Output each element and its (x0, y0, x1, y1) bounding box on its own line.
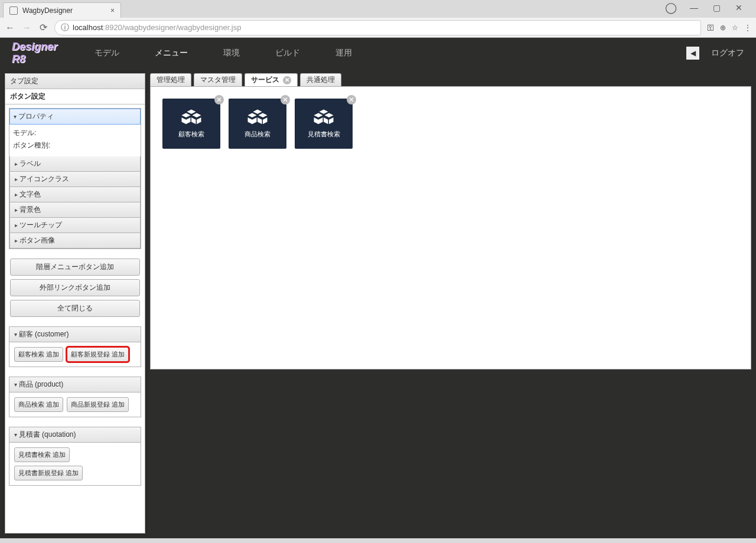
zoom-icon[interactable]: ⊕ (720, 24, 726, 32)
logoff-link[interactable]: ログオフ (711, 48, 744, 58)
model-product-head[interactable]: 商品 (product) (9, 377, 141, 392)
left-panel: タブ設定 ボタン設定 プロパティ モデル: ボタン種別: ラベル アイコンクラス… (5, 73, 145, 534)
model-customer: 顧客 (customer) 顧客検索 追加 顧客新規登録 追加 (9, 326, 141, 367)
info-icon[interactable]: ⓘ (61, 22, 69, 33)
nav-menu[interactable]: メニュー (155, 48, 188, 58)
tab-service[interactable]: サービス ✕ (245, 73, 298, 86)
nav-operate[interactable]: 運用 (335, 48, 352, 58)
model-customer-head[interactable]: 顧客 (customer) (9, 326, 141, 342)
header-right: ◀ ログオフ (686, 47, 744, 60)
tile-product-search[interactable]: ✕ 商品検索 (229, 99, 286, 149)
prop-label[interactable]: ラベル (9, 156, 141, 172)
tile-label: 商品検索 (245, 130, 271, 139)
btn-customer-register-add[interactable]: 顧客新規登録 追加 (67, 347, 129, 362)
left-body: プロパティ モデル: ボタン種別: ラベル アイコンクラス 文字色 背景色 ツー… (5, 104, 145, 489)
address-bar[interactable]: ⓘ localhost:8920/wagbydesigner/wagbydesi… (54, 20, 701, 35)
tile-label: 見積書検索 (308, 130, 340, 139)
browser-titlebar: WagbyDesigner × ◯ — ▢ ✕ (0, 0, 756, 18)
btn-add-external-link[interactable]: 外部リンクボタン追加 (10, 279, 140, 296)
back-icon[interactable]: ← (5, 22, 15, 33)
property-section: プロパティ モデル: ボタン種別: ラベル アイコンクラス 文字色 背景色 ツー… (9, 108, 141, 249)
property-list: ラベル アイコンクラス 文字色 背景色 ツールチップ ボタン画像 (9, 156, 141, 248)
key-icon[interactable]: ⚿ (707, 24, 714, 32)
maximize-icon[interactable]: ▢ (711, 3, 722, 12)
prop-textcolor[interactable]: 文字色 (9, 187, 141, 202)
tile-close-icon[interactable]: ✕ (214, 95, 224, 104)
tab-close-icon[interactable]: × (110, 6, 115, 15)
nav-model[interactable]: モデル (94, 48, 119, 58)
address-row: ← → ⟳ ⓘ localhost:8920/wagbydesigner/wag… (0, 18, 756, 38)
tab-admin[interactable]: 管理処理 (150, 73, 191, 86)
tile-close-icon[interactable]: ✕ (347, 95, 356, 104)
sublabel-buttontype: ボタン種別: (13, 140, 137, 151)
btn-product-search-add[interactable]: 商品検索 追加 (14, 397, 63, 412)
prop-tooltip[interactable]: ツールチップ (9, 218, 141, 233)
box-stack-icon (247, 109, 268, 126)
btn-quotation-register-add[interactable]: 見積書新規登録 追加 (14, 466, 83, 480)
tile-close-icon[interactable]: ✕ (281, 95, 290, 104)
browser-tab[interactable]: WagbyDesigner × (3, 2, 121, 18)
user-icon[interactable]: ◯ (665, 1, 677, 14)
right-content: 管理処理 マスタ管理 サービス ✕ 共通処理 ✕ 顧客検索 ✕ 商品検索 ✕ (150, 73, 751, 534)
prop-iconclass[interactable]: アイコンクラス (9, 172, 141, 187)
forward-icon[interactable]: → (21, 22, 32, 33)
box-stack-icon (181, 109, 202, 126)
nav-items: モデル メニュー 環境 ビルド 運用 (94, 48, 352, 58)
wide-button-group: 階層メニューボタン追加 外部リンクボタン追加 全て閉じる (9, 259, 141, 317)
tile-customer-search[interactable]: ✕ 顧客検索 (162, 99, 220, 149)
model-quotation: 見積書 (quotation) 見積書検索 追加 見積書新規登録 追加 (9, 427, 141, 486)
main-area: タブ設定 ボタン設定 プロパティ モデル: ボタン種別: ラベル アイコンクラス… (0, 68, 756, 538)
nav-build[interactable]: ビルド (275, 48, 300, 58)
reload-icon[interactable]: ⟳ (38, 22, 48, 33)
tab-service-close-icon[interactable]: ✕ (283, 76, 291, 84)
btn-close-all[interactable]: 全て閉じる (10, 300, 140, 317)
canvas: ✕ 顧客検索 ✕ 商品検索 ✕ 見積書検索 (150, 86, 751, 369)
window-controls: ◯ — ▢ ✕ (665, 1, 756, 18)
btn-add-hierarchy[interactable]: 階層メニューボタン追加 (10, 259, 140, 276)
below-canvas (150, 369, 751, 534)
model-product: 商品 (product) 商品検索 追加 商品新規登録 追加 (9, 377, 141, 417)
favicon-icon (9, 6, 18, 15)
logo: Designer R8 (12, 42, 71, 64)
btn-quotation-search-add[interactable]: 見積書検索 追加 (14, 447, 70, 462)
panel-toggle-icon[interactable]: ◀ (686, 47, 699, 60)
property-header[interactable]: プロパティ (9, 109, 141, 125)
url-text: localhost:8920/wagbydesigner/wagbydesign… (73, 23, 242, 32)
nav-env[interactable]: 環境 (223, 48, 240, 58)
tab-master[interactable]: マスタ管理 (194, 73, 242, 86)
left-tab-tab-settings[interactable]: タブ設定 (5, 74, 145, 89)
tab-title: WagbyDesigner (22, 6, 73, 15)
left-tab-button-settings[interactable]: ボタン設定 (5, 89, 145, 104)
addressbar-right-icons: ⚿ ⊕ ☆ ⋮ (707, 24, 751, 32)
content-tabs: 管理処理 マスタ管理 サービス ✕ 共通処理 (150, 73, 751, 86)
minimize-icon[interactable]: — (689, 3, 699, 12)
prop-buttonimage[interactable]: ボタン画像 (9, 233, 141, 248)
app-header: Designer R8 モデル メニュー 環境 ビルド 運用 ◀ ログオフ (0, 38, 756, 68)
property-sublabels: モデル: ボタン種別: (9, 125, 141, 156)
tab-common[interactable]: 共通処理 (300, 73, 341, 86)
menu-icon[interactable]: ⋮ (744, 24, 751, 32)
model-quotation-head[interactable]: 見積書 (quotation) (9, 427, 141, 443)
btn-customer-search-add[interactable]: 顧客検索 追加 (14, 347, 63, 362)
btn-product-register-add[interactable]: 商品新規登録 追加 (67, 397, 129, 412)
box-stack-icon (313, 109, 334, 126)
tile-label: 顧客検索 (178, 130, 204, 139)
star-icon[interactable]: ☆ (732, 24, 738, 32)
prop-bgcolor[interactable]: 背景色 (9, 202, 141, 218)
tile-quotation-search[interactable]: ✕ 見積書検索 (295, 99, 353, 149)
close-window-icon[interactable]: ✕ (734, 3, 744, 12)
sublabel-model: モデル: (13, 128, 137, 138)
